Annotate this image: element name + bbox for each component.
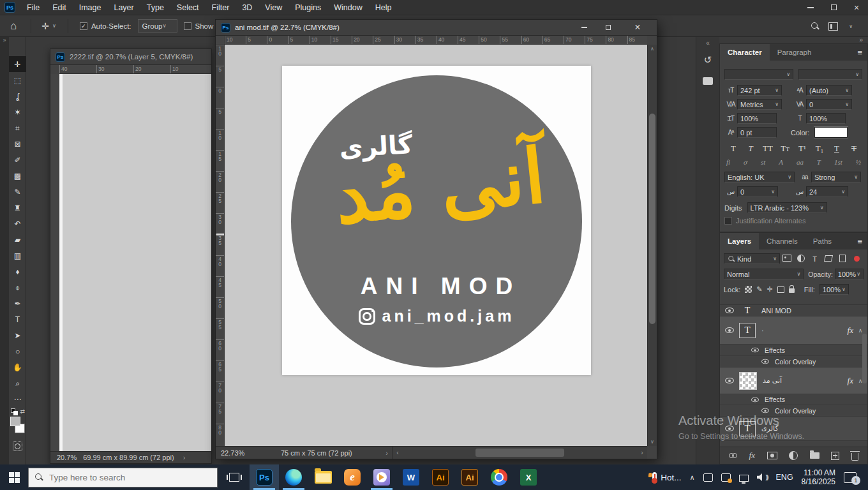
layer-row-ani-mod[interactable]: T ANI MOD: [720, 305, 867, 316]
volume-icon[interactable]: ))): [757, 473, 768, 481]
search-icon[interactable]: [811, 22, 819, 31]
kerning-field[interactable]: Metrics∨: [737, 99, 782, 110]
digits-dropdown[interactable]: LTR Arabic - 123%∨: [747, 202, 827, 213]
start-button[interactable]: [0, 464, 28, 490]
filter-type-layers-icon[interactable]: T: [808, 255, 822, 263]
tool-preset-caret[interactable]: ∨: [52, 23, 56, 29]
menu-item[interactable]: Layer: [107, 0, 140, 15]
opacity-field[interactable]: 100%∨: [835, 269, 864, 279]
canvas-2222[interactable]: [59, 74, 211, 451]
type-layer-thumbnail[interactable]: T: [739, 421, 756, 436]
hand-tool[interactable]: ✋: [9, 359, 26, 375]
pen-tool[interactable]: ✒: [9, 295, 26, 311]
tab-channels[interactable]: Channels: [759, 233, 805, 249]
minimize-button[interactable]: [799, 0, 822, 15]
doc-maximize-button[interactable]: [606, 25, 621, 30]
restore-button[interactable]: [822, 0, 845, 15]
edit-toolbar-button[interactable]: ⋯: [9, 391, 26, 407]
color-overlay-row[interactable]: Color Overlay: [720, 356, 867, 368]
ruler-origin[interactable]: [216, 36, 225, 45]
ordinals-button[interactable]: 1st: [834, 158, 842, 166]
menu-item[interactable]: Image: [73, 0, 108, 15]
taskbar-file-explorer[interactable]: [308, 464, 338, 490]
fx-badge[interactable]: fx: [848, 325, 853, 336]
adjustment-layer-icon[interactable]: [789, 451, 798, 460]
history-brush-tool[interactable]: ↶: [9, 216, 26, 232]
font-style-dropdown[interactable]: ∨: [798, 69, 862, 80]
layer-name[interactable]: ·: [761, 327, 764, 334]
taskbar-edge[interactable]: [279, 464, 308, 490]
language-indicator[interactable]: ENG: [776, 473, 793, 482]
strikethrough-button[interactable]: T: [846, 144, 862, 154]
add-mask-icon[interactable]: [767, 452, 777, 459]
filter-kind-dropdown[interactable]: Kind ∨: [724, 253, 780, 264]
auto-select-checkbox[interactable]: ✓: [80, 22, 87, 30]
type-tool[interactable]: T: [9, 311, 26, 327]
subscript-button[interactable]: T₁: [812, 144, 827, 154]
delete-layer-icon[interactable]: [851, 453, 858, 461]
clock[interactable]: 11:00 AM 8/16/2025: [802, 468, 835, 486]
zoom-level[interactable]: 20.7%: [50, 454, 83, 461]
notification-tray-icon[interactable]: [721, 473, 731, 482]
menu-item[interactable]: 3D: [236, 0, 258, 15]
collapse-dock-icon[interactable]: »: [859, 36, 863, 43]
effects-row[interactable]: Effects: [720, 394, 867, 405]
visibility-eye-icon[interactable]: [761, 359, 769, 364]
eraser-tool[interactable]: ▰: [9, 232, 26, 248]
filter-smart-objects-icon[interactable]: [835, 255, 849, 264]
search-input[interactable]: [49, 473, 190, 482]
leading-field[interactable]: (Auto)∨: [806, 85, 852, 96]
fractions-button[interactable]: ½: [856, 158, 861, 166]
type-layer-thumbnail[interactable]: T: [739, 304, 756, 318]
ellipse-tool[interactable]: ○: [9, 343, 26, 359]
lasso-tool[interactable]: ʆ: [9, 88, 26, 104]
zoom-tool[interactable]: ⌕: [9, 375, 26, 391]
path-selection-tool[interactable]: ➤: [9, 327, 26, 343]
language-dropdown[interactable]: English: UK∨: [724, 172, 795, 182]
standard-ligatures-button[interactable]: fi: [726, 158, 730, 166]
filter-adjustment-layers-icon[interactable]: [794, 255, 808, 264]
layer-name[interactable]: آنی مد: [763, 376, 782, 385]
rectangular-marquee-tool[interactable]: ⬚: [9, 72, 26, 88]
toolbar-collapse-strip[interactable]: »: [0, 37, 9, 464]
eyedropper-tool[interactable]: ✐: [9, 152, 26, 168]
antialias-dropdown[interactable]: Strong∨: [811, 172, 861, 182]
frame-tool[interactable]: ⊠: [9, 136, 26, 152]
menu-item[interactable]: Type: [140, 0, 170, 15]
visibility-eye-icon[interactable]: [751, 348, 759, 353]
horizontal-scale-field[interactable]: 100%: [806, 113, 846, 124]
superscript-button[interactable]: T¹: [795, 144, 810, 154]
panel-menu-icon[interactable]: ≡: [857, 45, 862, 61]
move-tool-preset-icon[interactable]: ✛: [41, 21, 49, 31]
healing-brush-tool[interactable]: ▩: [9, 168, 26, 184]
faux-bold-button[interactable]: T: [726, 144, 741, 154]
expand-toolbar-icon[interactable]: »: [3, 37, 6, 43]
titling-alternates-button[interactable]: T: [817, 158, 821, 166]
action-center-icon[interactable]: 1: [844, 472, 857, 483]
blur-tool[interactable]: ♦: [9, 264, 26, 279]
taskbar-illustrator-2[interactable]: Ai: [455, 464, 484, 490]
taskbar-excel[interactable]: X: [514, 464, 543, 490]
new-group-icon[interactable]: [810, 452, 819, 459]
justification-alternates-checkbox[interactable]: [724, 217, 732, 225]
panel-menu-icon[interactable]: ≡: [857, 234, 862, 249]
menu-item[interactable]: Plugins: [288, 0, 327, 15]
move-tool[interactable]: ✛: [9, 56, 26, 72]
magic-wand-tool[interactable]: ✶: [9, 104, 26, 120]
menu-item[interactable]: Window: [327, 0, 368, 15]
visibility-eye-icon[interactable]: [761, 408, 769, 413]
menu-item[interactable]: View: [258, 0, 288, 15]
zoom-level[interactable]: 22.73%: [216, 449, 251, 457]
taskbar-search[interactable]: [28, 468, 218, 487]
kashida-number-field[interactable]: 24∨: [806, 186, 848, 197]
swash-button[interactable]: A: [779, 158, 783, 166]
visibility-eye-icon[interactable]: [725, 378, 734, 383]
baseline-shift-field[interactable]: 0 pt: [737, 127, 777, 138]
layer-row-dot[interactable]: T · fx ∧: [720, 316, 867, 345]
snip-tool-tray-icon[interactable]: [703, 473, 713, 482]
workspace-caret[interactable]: ∨: [849, 24, 853, 29]
status-menu-arrow[interactable]: ›: [382, 449, 392, 457]
doc-minimize-button[interactable]: [581, 27, 597, 28]
color-overlay-row[interactable]: Color Overlay: [720, 405, 867, 417]
new-layer-icon[interactable]: [831, 452, 839, 460]
